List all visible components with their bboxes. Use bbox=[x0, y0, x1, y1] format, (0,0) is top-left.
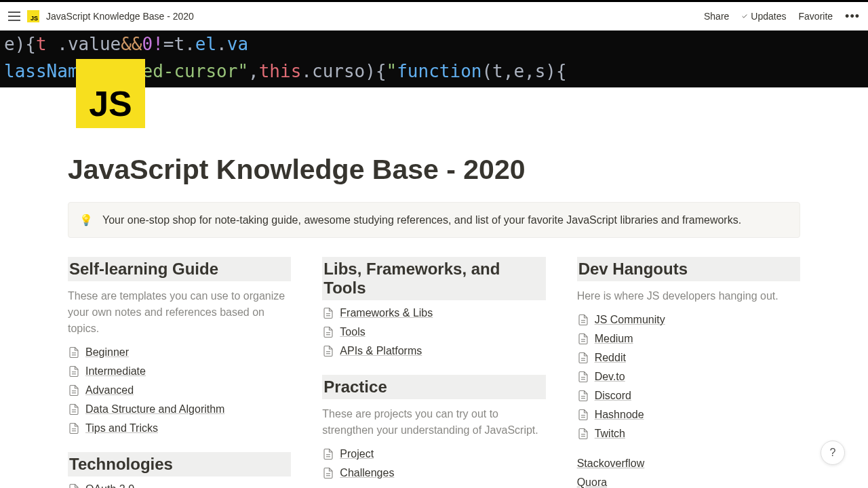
page-icon bbox=[577, 314, 589, 326]
columns: Self-learning GuideThese are templates y… bbox=[68, 257, 800, 488]
page-icon bbox=[322, 467, 334, 479]
page-link-item[interactable]: OAuth 2.0 bbox=[68, 483, 291, 488]
page-icon bbox=[68, 403, 80, 415]
page-title[interactable]: JavaScript Knowledge Base - 2020 bbox=[68, 154, 800, 186]
page-link-item[interactable]: Beginner bbox=[68, 346, 291, 359]
page-link-item[interactable]: Data Structure and Algorithm bbox=[68, 403, 291, 415]
column: Libs, Frameworks, and ToolsFrameworks & … bbox=[322, 257, 545, 488]
page-icon bbox=[322, 448, 334, 460]
page-link[interactable]: APIs & Platforms bbox=[340, 345, 422, 357]
page-link[interactable]: Tips and Tricks bbox=[85, 422, 158, 434]
page-icon bbox=[322, 307, 334, 319]
page-list: BeginnerIntermediateAdvancedData Structu… bbox=[68, 346, 291, 434]
page-link[interactable]: Challenges bbox=[340, 467, 394, 479]
more-icon[interactable]: ••• bbox=[845, 9, 860, 24]
page-icon bbox=[68, 384, 80, 396]
page-link-item[interactable]: Dev.to bbox=[577, 371, 800, 383]
callout[interactable]: 💡 Your one-stop shop for note-taking gui… bbox=[68, 202, 800, 238]
page-link[interactable]: OAuth 2.0 bbox=[85, 483, 134, 488]
callout-text: Your one-stop shop for note-taking guide… bbox=[102, 214, 741, 226]
page-icon bbox=[577, 371, 589, 383]
page-link[interactable]: Reddit bbox=[595, 352, 626, 364]
page-list: ProjectChallenges bbox=[322, 448, 545, 479]
updates-button[interactable]: Updates bbox=[741, 11, 786, 22]
page-icon bbox=[577, 428, 589, 440]
page-list: JS CommunityMediumRedditDev.toDiscordHas… bbox=[577, 314, 800, 440]
page-icon bbox=[577, 352, 589, 364]
lightbulb-icon: 💡 bbox=[79, 214, 93, 226]
page-list: OAuth 2.0 bbox=[68, 483, 291, 488]
page-link-item[interactable]: Twitch bbox=[577, 428, 800, 440]
topbar: JS JavaScript Knowledge Base - 2020 Shar… bbox=[0, 0, 868, 30]
page-link[interactable]: Advanced bbox=[85, 384, 134, 396]
section-heading[interactable]: Practice bbox=[322, 375, 545, 399]
topbar-left: JS JavaScript Knowledge Base - 2020 bbox=[8, 10, 194, 22]
section-description: These are projects you can try out to st… bbox=[322, 406, 545, 439]
page-icon bbox=[577, 390, 589, 402]
page-link-item[interactable]: Advanced bbox=[68, 384, 291, 396]
page-link-item[interactable]: APIs & Platforms bbox=[322, 345, 545, 357]
page-link[interactable]: Tools bbox=[340, 326, 365, 338]
section-description: These are templates you can use to organ… bbox=[68, 288, 291, 337]
updates-label: Updates bbox=[751, 11, 786, 22]
check-icon bbox=[741, 13, 748, 20]
menu-icon[interactable] bbox=[8, 12, 20, 21]
page-icon bbox=[577, 333, 589, 345]
external-link[interactable]: Stackoverflow bbox=[577, 458, 800, 470]
page-link-item[interactable]: Reddit bbox=[577, 352, 800, 364]
page-icon bbox=[322, 326, 334, 338]
page-link-item[interactable]: Challenges bbox=[322, 467, 545, 479]
page-link[interactable]: Hashnode bbox=[595, 409, 644, 421]
page-link-item[interactable]: JS Community bbox=[577, 314, 800, 326]
page-link[interactable]: Medium bbox=[595, 333, 633, 345]
page-link-item[interactable]: Intermediate bbox=[68, 365, 291, 378]
breadcrumb[interactable]: JavaScript Knowledge Base - 2020 bbox=[46, 11, 194, 22]
page-link[interactable]: Dev.to bbox=[595, 371, 625, 383]
page-link-item[interactable]: Tools bbox=[322, 326, 545, 338]
page-icon bbox=[68, 365, 80, 378]
page-link[interactable]: Discord bbox=[595, 390, 631, 402]
page-content: JavaScript Knowledge Base - 2020 💡 Your … bbox=[68, 87, 800, 488]
column: Self-learning GuideThese are templates y… bbox=[68, 257, 291, 488]
page-link-item[interactable]: Discord bbox=[577, 390, 800, 402]
page-link[interactable]: Project bbox=[340, 448, 374, 460]
favorite-button[interactable]: Favorite bbox=[799, 11, 833, 22]
page-link[interactable]: JS Community bbox=[595, 314, 665, 326]
section-heading[interactable]: Technologies bbox=[68, 452, 291, 476]
section-heading[interactable]: Dev Hangouts bbox=[577, 257, 800, 281]
column: Dev HangoutsHere is where JS developers … bbox=[577, 257, 800, 488]
section-heading[interactable]: Libs, Frameworks, and Tools bbox=[322, 257, 545, 300]
page-icon-small: JS bbox=[27, 10, 39, 22]
topbar-right: Share Updates Favorite ••• bbox=[704, 9, 860, 24]
section-heading[interactable]: Self-learning Guide bbox=[68, 257, 291, 281]
page-link[interactable]: Frameworks & Libs bbox=[340, 307, 433, 319]
page-icon bbox=[577, 409, 589, 421]
page-link[interactable]: Data Structure and Algorithm bbox=[85, 403, 224, 415]
page-link-item[interactable]: Tips and Tricks bbox=[68, 422, 291, 434]
page-link-item[interactable]: Project bbox=[322, 448, 545, 460]
page-link[interactable]: Intermediate bbox=[85, 365, 146, 378]
section-description: Here is where JS developers hanging out. bbox=[577, 288, 800, 304]
page-link[interactable]: Twitch bbox=[595, 428, 625, 440]
page-list: Frameworks & LibsToolsAPIs & Platforms bbox=[322, 307, 545, 357]
external-link[interactable]: Quora bbox=[577, 476, 800, 488]
page-icon bbox=[68, 346, 80, 359]
page-icon bbox=[68, 483, 80, 488]
page-icon[interactable]: JS bbox=[76, 59, 145, 128]
help-button[interactable]: ? bbox=[821, 441, 845, 465]
page-link-item[interactable]: Frameworks & Libs bbox=[322, 307, 545, 319]
page-link[interactable]: Beginner bbox=[85, 346, 129, 359]
page-link-item[interactable]: Hashnode bbox=[577, 409, 800, 421]
page-icon bbox=[68, 422, 80, 434]
page-link-item[interactable]: Medium bbox=[577, 333, 800, 345]
page-icon bbox=[322, 345, 334, 357]
share-button[interactable]: Share bbox=[704, 11, 729, 22]
